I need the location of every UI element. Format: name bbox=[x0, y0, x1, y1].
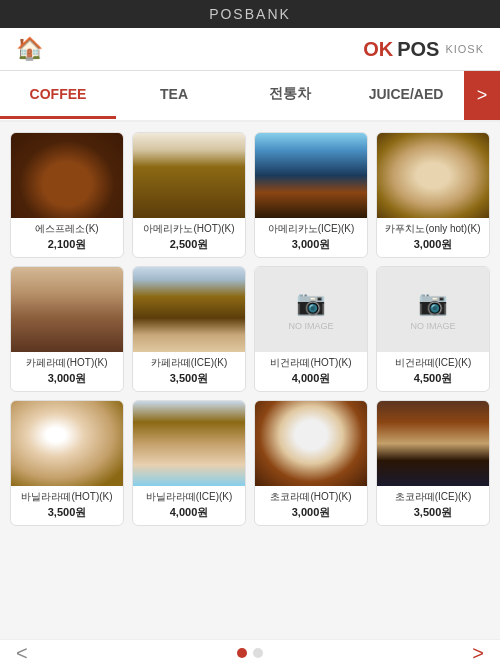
item-price-choco-latte-ice: 3,500원 bbox=[412, 504, 455, 525]
tab-traditional-tea[interactable]: 전통차 bbox=[232, 71, 348, 120]
item-image-vegan-latte-hot: 📷NO IMAGE bbox=[255, 267, 367, 352]
menu-item-vanilla-latte-hot[interactable]: 바닐라라떼(HOT)(K)3,500원 bbox=[10, 400, 124, 526]
item-image-cafe-latte-ice bbox=[133, 267, 245, 352]
item-price-vanilla-latte-hot: 3,500원 bbox=[46, 504, 89, 525]
top-bar: POSBANK bbox=[0, 0, 500, 28]
menu-item-choco-latte-hot[interactable]: 초코라떼(HOT)(K)3,000원 bbox=[254, 400, 368, 526]
item-price-espresso: 2,100원 bbox=[46, 236, 89, 257]
menu-grid-container: 에스프레소(K)2,100원아메리카노(HOT)(K)2,500원아메리카노(I… bbox=[0, 122, 500, 639]
pagination-dot-0[interactable] bbox=[237, 648, 247, 658]
logo-area: OK POS KIOSK bbox=[363, 38, 484, 61]
item-price-choco-latte-hot: 3,000원 bbox=[290, 504, 333, 525]
item-image-vanilla-latte-hot bbox=[11, 401, 123, 486]
item-name-vanilla-latte-ice: 바닐라라떼(ICE)(K) bbox=[144, 486, 235, 504]
footer: < > bbox=[0, 639, 500, 666]
item-image-americano-hot bbox=[133, 133, 245, 218]
item-name-americano-hot: 아메리카노(HOT)(K) bbox=[141, 218, 236, 236]
home-icon[interactable]: 🏠 bbox=[16, 36, 43, 62]
item-name-cappuccino: 카푸치노(only hot)(K) bbox=[383, 218, 482, 236]
item-price-americano-hot: 2,500원 bbox=[168, 236, 211, 257]
menu-item-espresso[interactable]: 에스프레소(K)2,100원 bbox=[10, 132, 124, 258]
item-name-choco-latte-ice: 초코라떼(ICE)(K) bbox=[393, 486, 474, 504]
tab-juice-aed[interactable]: JUICE/AED bbox=[348, 72, 464, 119]
no-image-text: NO IMAGE bbox=[410, 321, 455, 331]
menu-item-choco-latte-ice[interactable]: 초코라떼(ICE)(K)3,500원 bbox=[376, 400, 490, 526]
item-name-vanilla-latte-hot: 바닐라라떼(HOT)(K) bbox=[19, 486, 114, 504]
pagination-dot-1[interactable] bbox=[253, 648, 263, 658]
item-image-espresso bbox=[11, 133, 123, 218]
item-image-vegan-latte-ice: 📷NO IMAGE bbox=[377, 267, 489, 352]
menu-item-americano-ice[interactable]: 아메리카노(ICE)(K)3,000원 bbox=[254, 132, 368, 258]
item-price-cappuccino: 3,000원 bbox=[412, 236, 455, 257]
item-price-cafe-latte-ice: 3,500원 bbox=[168, 370, 211, 391]
item-price-americano-ice: 3,000원 bbox=[290, 236, 333, 257]
menu-item-vanilla-latte-ice[interactable]: 바닐라라떼(ICE)(K)4,000원 bbox=[132, 400, 246, 526]
item-name-choco-latte-hot: 초코라떼(HOT)(K) bbox=[268, 486, 353, 504]
item-name-cafe-latte-ice: 카페라떼(ICE)(K) bbox=[149, 352, 230, 370]
menu-item-cafe-latte-hot[interactable]: 카페라떼(HOT)(K)3,000원 bbox=[10, 266, 124, 392]
item-name-cafe-latte-hot: 카페라떼(HOT)(K) bbox=[24, 352, 109, 370]
posbank-label: POSBANK bbox=[209, 6, 291, 22]
logo-ok: OK bbox=[363, 38, 393, 61]
logo-kiosk: KIOSK bbox=[445, 43, 484, 55]
menu-item-vegan-latte-hot[interactable]: 📷NO IMAGE비건라떼(HOT)(K)4,000원 bbox=[254, 266, 368, 392]
item-price-vegan-latte-ice: 4,500원 bbox=[412, 370, 455, 391]
item-price-vegan-latte-hot: 4,000원 bbox=[290, 370, 333, 391]
item-name-americano-ice: 아메리카노(ICE)(K) bbox=[266, 218, 357, 236]
tab-coffee[interactable]: COFFEE bbox=[0, 72, 116, 119]
menu-item-cafe-latte-ice[interactable]: 카페라떼(ICE)(K)3,500원 bbox=[132, 266, 246, 392]
menu-item-americano-hot[interactable]: 아메리카노(HOT)(K)2,500원 bbox=[132, 132, 246, 258]
pagination-dots bbox=[237, 648, 263, 658]
item-image-cafe-latte-hot bbox=[11, 267, 123, 352]
item-price-vanilla-latte-ice: 4,000원 bbox=[168, 504, 211, 525]
menu-grid: 에스프레소(K)2,100원아메리카노(HOT)(K)2,500원아메리카노(I… bbox=[10, 132, 490, 526]
camera-icon: 📷 bbox=[296, 289, 326, 317]
item-image-americano-ice bbox=[255, 133, 367, 218]
menu-item-cappuccino[interactable]: 카푸치노(only hot)(K)3,000원 bbox=[376, 132, 490, 258]
item-image-cappuccino bbox=[377, 133, 489, 218]
item-name-vegan-latte-hot: 비건라떼(HOT)(K) bbox=[268, 352, 353, 370]
tab-bar: COFFEE TEA 전통차 JUICE/AED > bbox=[0, 71, 500, 122]
item-image-choco-latte-hot bbox=[255, 401, 367, 486]
menu-item-vegan-latte-ice[interactable]: 📷NO IMAGE비건라떼(ICE)(K)4,500원 bbox=[376, 266, 490, 392]
item-name-vegan-latte-ice: 비건라떼(ICE)(K) bbox=[393, 352, 474, 370]
item-image-vanilla-latte-ice bbox=[133, 401, 245, 486]
logo-pos: POS bbox=[397, 38, 439, 61]
item-name-espresso: 에스프레소(K) bbox=[33, 218, 100, 236]
next-page-arrow[interactable]: > bbox=[472, 642, 484, 665]
tab-tea[interactable]: TEA bbox=[116, 72, 232, 119]
item-price-cafe-latte-hot: 3,000원 bbox=[46, 370, 89, 391]
tab-next-arrow[interactable]: > bbox=[464, 71, 500, 120]
camera-icon: 📷 bbox=[418, 289, 448, 317]
no-image-text: NO IMAGE bbox=[288, 321, 333, 331]
header: 🏠 OK POS KIOSK bbox=[0, 28, 500, 71]
item-image-choco-latte-ice bbox=[377, 401, 489, 486]
prev-page-arrow[interactable]: < bbox=[16, 642, 28, 665]
